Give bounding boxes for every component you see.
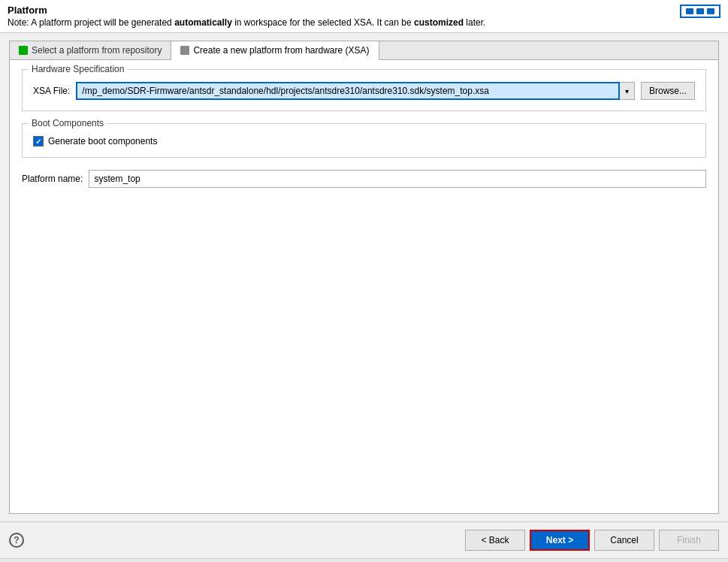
footer: ? < Back Next > Cancel Finish <box>0 521 728 558</box>
tab-strip: Select a platform from repository Create… <box>9 41 719 59</box>
main-panel: Hardware Specification XSA File: ▾ Brows… <box>9 59 719 514</box>
help-button[interactable]: ? <box>9 533 24 548</box>
generate-boot-checkbox[interactable] <box>33 136 44 147</box>
tab-xsa-label: Create a new platform from hardware (XSA… <box>193 45 369 56</box>
repo-icon <box>19 46 28 55</box>
bottom-bar <box>0 558 728 562</box>
cancel-button[interactable]: Cancel <box>594 530 654 551</box>
browse-button[interactable]: Browse... <box>641 82 695 100</box>
next-button[interactable]: Next > <box>530 530 590 551</box>
xsa-file-row: XSA File: ▾ Browse... <box>33 82 695 100</box>
dialog-title: Platform <box>8 5 485 16</box>
title-bar: Platform Note: A platform project will b… <box>0 0 728 33</box>
hardware-spec-section: Hardware Specification XSA File: ▾ Brows… <box>22 69 706 111</box>
win-btn-2 <box>696 8 704 14</box>
title-bar-content: Platform Note: A platform project will b… <box>8 5 485 28</box>
back-button[interactable]: < Back <box>465 530 525 551</box>
tab-repo-label: Select a platform from repository <box>32 45 162 56</box>
hardware-spec-legend: Hardware Specification <box>29 64 127 74</box>
boot-components-section: Boot Components Generate boot components <box>22 123 706 158</box>
boot-components-legend: Boot Components <box>29 118 107 128</box>
platform-name-input[interactable] <box>89 170 706 188</box>
tab-xsa[interactable]: Create a new platform from hardware (XSA… <box>171 41 379 60</box>
dialog-subtitle: Note: A platform project will be generat… <box>8 17 485 28</box>
xsa-file-input[interactable] <box>76 82 620 100</box>
footer-left: ? <box>9 533 24 548</box>
xsa-input-wrapper: ▾ <box>76 82 635 100</box>
main-content: Select a platform from repository Create… <box>0 33 728 521</box>
generate-boot-row: Generate boot components <box>33 136 695 147</box>
win-btn-1 <box>686 8 693 14</box>
window-controls <box>680 5 720 18</box>
finish-button[interactable]: Finish <box>659 530 719 551</box>
platform-name-row: Platform name: <box>22 170 706 188</box>
footer-buttons: < Back Next > Cancel Finish <box>465 530 719 551</box>
win-btn-3 <box>707 8 714 14</box>
xsa-icon <box>180 46 189 55</box>
platform-name-label: Platform name: <box>22 174 83 184</box>
xsa-dropdown-btn[interactable]: ▾ <box>620 82 635 100</box>
tab-repo[interactable]: Select a platform from repository <box>10 41 171 59</box>
generate-boot-label: Generate boot components <box>48 136 157 147</box>
xsa-file-label: XSA File: <box>33 86 70 96</box>
